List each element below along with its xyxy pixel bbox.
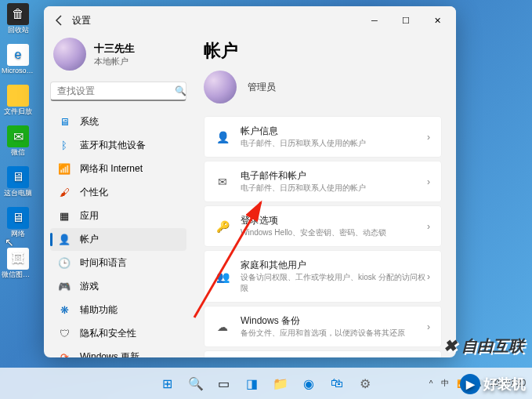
chevron-right-icon: › — [427, 176, 430, 187]
nav-personalization[interactable]: 🖌个性化 — [50, 181, 186, 204]
taskbar-explorer[interactable]: 📁 — [268, 371, 293, 396]
taskbar-settings[interactable]: ⚙ — [353, 371, 378, 396]
settings-window: 设置 ─ ☐ ✕ 十三先生 本地帐户 🔍 🖥系统 ᛒ蓝牙和其他设备 📶 — [44, 6, 456, 357]
nav-windows-update[interactable]: ⟳Windows 更新 — [50, 346, 186, 357]
desktop-icon-wechat[interactable]: ✉微信 — [3, 125, 33, 163]
nav-network[interactable]: 📶网络和 Internet — [50, 158, 186, 180]
sidebar: 十三先生 本地帐户 🔍 🖥系统 ᛒ蓝牙和其他设备 📶网络和 Internet 🖌… — [44, 34, 193, 357]
main-content: 帐户 管理员 👤 帐户信息电子邮件、日历和联系人使用的帐户 › ✉ 电子邮件和帐… — [193, 34, 456, 357]
nav-time-language[interactable]: 🕒时间和语言 — [50, 252, 186, 274]
desktop-icon-folder[interactable]: 文件归放 — [3, 85, 33, 122]
backup-icon: ☁ — [215, 321, 230, 333]
bluetooth-icon: ᛒ — [58, 140, 71, 152]
system-tray[interactable]: ^ 中 📶 🔊 2022/1/20 — [429, 378, 526, 389]
desktop-icon-edge[interactable]: eMicrosoft Edge — [3, 44, 33, 82]
profile-subtitle: 本地帐户 — [94, 56, 135, 67]
accessibility-icon: ❋ — [58, 304, 71, 317]
close-button[interactable]: ✕ — [422, 9, 453, 31]
taskbar-edge[interactable]: ◉ — [296, 371, 321, 396]
taskbar-store[interactable]: 🛍 — [324, 371, 349, 396]
card-signin-options[interactable]: 🔑 登录选项Windows Hello、安全密钥、密码、动态锁 › — [204, 205, 442, 247]
tray-ime-icon[interactable]: 中 — [441, 378, 449, 389]
window-title: 设置 — [72, 14, 359, 27]
profile-block[interactable]: 十三先生 本地帐户 — [50, 34, 186, 74]
card-email-accounts[interactable]: ✉ 电子邮件和帐户电子邮件、日历和联系人使用的帐户 › — [204, 161, 442, 202]
account-role: 管理员 — [248, 81, 276, 94]
chevron-right-icon: › — [427, 132, 430, 143]
user-icon: 👤 — [58, 234, 71, 246]
nav-bluetooth[interactable]: ᛒ蓝牙和其他设备 — [50, 134, 186, 157]
game-icon: 🎮 — [58, 281, 71, 293]
id-icon: 👤 — [215, 131, 230, 143]
search-box[interactable]: 🔍 — [50, 82, 186, 101]
key-icon: 🔑 — [215, 220, 230, 233]
tray-network-icon[interactable]: 📶 — [457, 379, 466, 388]
profile-name: 十三先生 — [94, 42, 135, 56]
search-input[interactable] — [57, 85, 175, 96]
shield-icon: 🛡 — [58, 328, 71, 340]
start-button[interactable]: ⊞ — [155, 371, 180, 396]
apps-icon: ▦ — [58, 210, 71, 223]
account-avatar — [204, 71, 237, 103]
desktop-icon-picture[interactable]: 🖼微信图片_20210911... — [3, 248, 33, 285]
chevron-right-icon: › — [427, 321, 430, 332]
titlebar: 设置 ─ ☐ ✕ — [44, 6, 456, 34]
desktop-icon-recycle[interactable]: 🗑回收站 — [3, 3, 33, 41]
nav-apps[interactable]: ▦应用 — [50, 205, 186, 227]
tray-datetime[interactable]: 2022/1/20 — [491, 379, 527, 388]
tray-volume-icon[interactable]: 🔊 — [474, 379, 483, 388]
account-header: 管理员 — [204, 71, 442, 103]
tray-chevron-icon[interactable]: ^ — [429, 379, 433, 388]
nav-gaming[interactable]: 🎮游戏 — [50, 275, 186, 298]
chevron-right-icon: › — [427, 271, 430, 282]
avatar — [53, 38, 86, 71]
wifi-icon: 📶 — [58, 163, 71, 176]
display-icon: 🖥 — [58, 116, 71, 129]
page-heading: 帐户 — [204, 39, 442, 63]
maximize-button[interactable]: ☐ — [390, 9, 422, 31]
card-work-school[interactable]: 💼 连接工作或学校帐户电子邮件、应用和网络等组织资源 › — [204, 350, 442, 357]
update-icon: ⟳ — [58, 351, 71, 358]
desktop-icon-network[interactable]: 🖥网络 — [3, 207, 33, 245]
nav-accessibility[interactable]: ❋辅助功能 — [50, 299, 186, 321]
mail-icon: ✉ — [215, 176, 230, 188]
nav-system[interactable]: 🖥系统 — [50, 111, 186, 133]
desktop-icon-thispc[interactable]: 🖥这台电脑 — [3, 166, 33, 204]
nav-list: 🖥系统 ᛒ蓝牙和其他设备 📶网络和 Internet 🖌个性化 ▦应用 👤帐户 … — [50, 111, 186, 357]
card-account-info[interactable]: 👤 帐户信息电子邮件、日历和联系人使用的帐户 › — [204, 116, 442, 158]
nav-accounts[interactable]: 👤帐户 — [50, 228, 186, 251]
back-button[interactable] — [53, 14, 66, 27]
taskbar: ⊞ 🔍 ▭ ◨ 📁 ◉ 🛍 ⚙ ^ 中 📶 🔊 2022/1/20 — [0, 368, 532, 399]
desktop-icons: 🗑回收站 eMicrosoft Edge 文件归放 ✉微信 🖥这台电脑 🖥网络 … — [0, 0, 35, 288]
chevron-right-icon: › — [427, 221, 430, 232]
minimize-button[interactable]: ─ — [359, 9, 390, 31]
brush-icon: 🖌 — [58, 187, 71, 199]
card-windows-backup[interactable]: ☁ Windows 备份备份文件、应用和首选项，以便跨设备将其还原 › — [204, 306, 442, 347]
search-icon: 🔍 — [175, 85, 186, 96]
taskbar-widgets[interactable]: ◨ — [240, 371, 265, 396]
settings-cards: 👤 帐户信息电子邮件、日历和联系人使用的帐户 › ✉ 电子邮件和帐户电子邮件、日… — [204, 116, 442, 357]
family-icon: 👥 — [215, 270, 230, 283]
taskbar-search[interactable]: 🔍 — [183, 371, 208, 396]
card-family-users[interactable]: 👥 家庭和其他用户设备访问权限、工作或学校用户、kiosk 分配的访问权限 › — [204, 250, 442, 303]
taskbar-taskview[interactable]: ▭ — [212, 371, 237, 396]
nav-privacy[interactable]: 🛡隐私和安全性 — [50, 322, 186, 345]
clock-icon: 🕒 — [58, 257, 71, 270]
